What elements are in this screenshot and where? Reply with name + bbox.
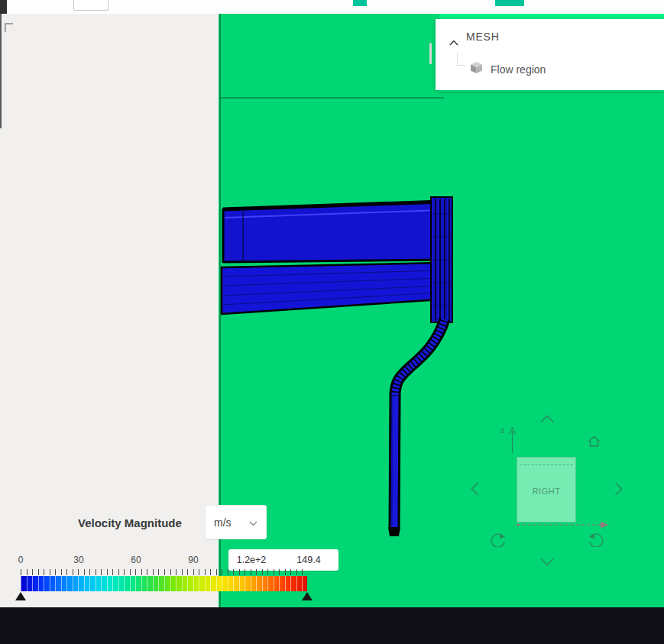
range-max-handle[interactable] bbox=[302, 592, 313, 600]
nav-cube-face-label: RIGHT bbox=[517, 487, 575, 496]
top-toolbar bbox=[0, 0, 664, 14]
toolbar-accent-fragment bbox=[495, 0, 524, 6]
mesh-panel: MESH Flow region bbox=[436, 19, 664, 90]
legend-range-field[interactable]: 1.2e+2 149.4 bbox=[228, 549, 338, 571]
toolbar-accent-fragment bbox=[353, 0, 367, 6]
legend-title: Velocity Magnitude bbox=[78, 516, 182, 529]
left-edge-line bbox=[0, 14, 2, 128]
roll-clockwise-icon[interactable] bbox=[588, 532, 606, 550]
z-axis-label: z bbox=[500, 426, 504, 435]
collapse-chevron-icon[interactable] bbox=[449, 35, 458, 49]
mesh-panel-title: MESH bbox=[466, 31, 500, 43]
range-max-value: 149.4 bbox=[282, 555, 335, 565]
tick-label-60: 60 bbox=[131, 555, 141, 565]
windows-taskbar: 17:16 30/11/2020 bbox=[0, 607, 664, 644]
tree-item-flow-region[interactable]: Flow region bbox=[436, 59, 664, 82]
toolbar-partial-button[interactable] bbox=[73, 0, 109, 11]
unit-label: m/s bbox=[214, 516, 232, 529]
roll-counterclockwise-icon[interactable] bbox=[488, 532, 506, 550]
tick-label-30: 30 bbox=[73, 555, 83, 565]
panel-drag-handle[interactable] bbox=[429, 43, 432, 64]
colorbar-segment-lines bbox=[21, 576, 307, 591]
unit-dropdown[interactable]: m/s bbox=[205, 505, 267, 539]
nav-rotate-down-button[interactable] bbox=[540, 555, 554, 569]
nav-cube-face[interactable]: RIGHT bbox=[517, 457, 576, 523]
nav-rotate-right-button[interactable] bbox=[614, 482, 623, 499]
home-view-icon[interactable] bbox=[588, 435, 601, 451]
colorbar-tick-marks bbox=[21, 569, 308, 575]
mesh-panel-header[interactable]: MESH bbox=[436, 28, 664, 47]
left-panel-corner-mark bbox=[5, 23, 13, 32]
cube-icon bbox=[470, 61, 483, 77]
nav-cube-dashed-line bbox=[520, 464, 573, 465]
nav-rotate-up-button[interactable] bbox=[540, 413, 554, 426]
nav-rotate-left-button[interactable] bbox=[471, 482, 479, 499]
tick-label-120: 1.2e+2 bbox=[228, 555, 274, 565]
tree-item-label: Flow region bbox=[491, 63, 546, 76]
z-axis-arrow-icon bbox=[507, 426, 517, 458]
colorbar bbox=[21, 576, 307, 591]
top-left-corner-block bbox=[0, 0, 7, 14]
tick-label-90: 90 bbox=[188, 555, 198, 565]
range-min-handle[interactable] bbox=[15, 592, 26, 600]
flow-region-edge-horizontal bbox=[220, 97, 444, 99]
part-geometry[interactable] bbox=[214, 191, 458, 542]
chevron-down-icon bbox=[249, 516, 258, 529]
tick-label-0: 0 bbox=[18, 555, 24, 565]
